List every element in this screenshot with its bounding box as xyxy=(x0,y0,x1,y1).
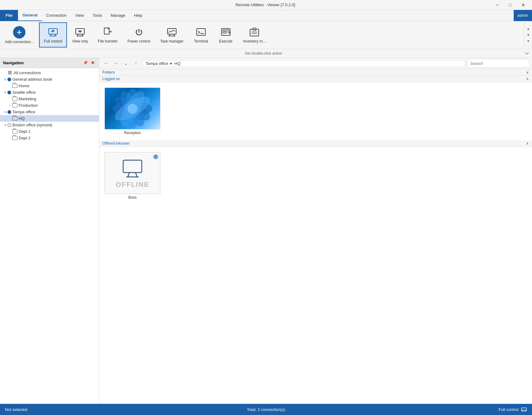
tree-item-dept2[interactable]: Dept 2 xyxy=(0,135,99,141)
scroll-up-button[interactable]: ▲ xyxy=(526,26,531,32)
tree-item-marketing[interactable]: Marketing xyxy=(0,96,99,102)
search-input[interactable] xyxy=(467,59,530,68)
production-label: Production xyxy=(19,103,38,108)
content-scroll[interactable]: Folders ∨ Logged on ∧ xyxy=(99,69,532,404)
folders-label: Folders xyxy=(102,70,115,74)
menu-item-general[interactable]: General xyxy=(18,10,42,21)
monitor-icon xyxy=(122,158,143,179)
content-area: ← → ⌄ ↑ Tampa office ► HQ Folders ∨ Logg… xyxy=(99,58,532,404)
logged-on-grid: Reception xyxy=(99,82,532,140)
toolbar-power-control[interactable]: Power control xyxy=(123,22,155,47)
status-not-selected: Not selected xyxy=(5,407,179,412)
file-transfer-label: File transfer xyxy=(98,39,118,43)
up-button[interactable]: ↑ xyxy=(132,59,140,68)
seattle-office-label: Seattle office xyxy=(12,90,36,95)
boston-office-label: Boston office (synced) xyxy=(12,123,52,127)
tree-expander-tampa: ∨ xyxy=(2,110,7,114)
menu-item-view[interactable]: View xyxy=(71,10,88,21)
tree-item-hq[interactable]: HQ xyxy=(0,115,99,122)
menu-item-help[interactable]: Help xyxy=(130,10,147,21)
navigation-panel: Navigation 📌 ✕ All connections ∨ General… xyxy=(0,58,99,404)
nav-close-button[interactable]: ✕ xyxy=(90,60,96,66)
boston-dot-icon xyxy=(7,123,11,127)
logged-on-section-header[interactable]: Logged on ∧ xyxy=(99,76,532,82)
status-bar: Not selected Total: 2 connection(s) Full… xyxy=(0,404,532,415)
tampa-office-label: Tampa office xyxy=(12,110,35,114)
menu-item-manage[interactable]: Manage xyxy=(106,10,130,21)
view-only-label: View only xyxy=(72,39,88,43)
tree-item-boston-office[interactable]: ∨ Boston office (synced) xyxy=(0,122,99,128)
close-button[interactable]: ✕ xyxy=(517,1,530,9)
status-icon xyxy=(521,406,527,413)
offline-section-header[interactable]: Offline/Unknown ∧ xyxy=(99,140,532,147)
nav-title: Navigation xyxy=(3,61,24,65)
win11-bloom-svg xyxy=(108,88,157,129)
toolbar-full-control[interactable]: Full control xyxy=(39,22,67,47)
menu-item-file[interactable]: File xyxy=(0,10,18,21)
svg-point-10 xyxy=(79,31,81,32)
toolbar-items: Full control View only File transfer xyxy=(39,22,524,47)
menu-item-tools[interactable]: Tools xyxy=(88,10,106,21)
seattle-dot-icon xyxy=(7,91,11,94)
production-folder-icon xyxy=(12,103,17,107)
scroll-down-button[interactable]: ▼ xyxy=(526,38,531,44)
boss-card[interactable]: OFFLINE Boss xyxy=(103,151,162,201)
svg-rect-20 xyxy=(223,32,226,33)
toolbar-file-transfer[interactable]: File transfer xyxy=(93,22,123,47)
menu-bar: File General Connection View Tools Manag… xyxy=(0,10,532,21)
toolbar-view-only[interactable]: View only xyxy=(67,22,93,47)
nav-header: Navigation 📌 ✕ xyxy=(0,58,99,68)
toolbar-execute[interactable]: Execute xyxy=(213,22,238,47)
status-full-control: Full control xyxy=(498,407,518,412)
back-button[interactable]: ← xyxy=(102,59,110,68)
down-button[interactable]: ⌄ xyxy=(122,59,130,68)
tree-item-dept1[interactable]: Dept 1 xyxy=(0,128,99,135)
admin-badge: admin xyxy=(514,10,532,21)
logged-on-chevron: ∧ xyxy=(526,77,529,81)
reception-card[interactable]: Reception xyxy=(103,86,162,137)
boss-thumbnail: OFFLINE xyxy=(105,152,160,194)
menu-item-connection[interactable]: Connection xyxy=(42,10,71,21)
tree-expander-boston: ∨ xyxy=(2,123,7,127)
tree-item-all-connections[interactable]: All connections xyxy=(0,69,99,76)
folders-section-header[interactable]: Folders ∨ xyxy=(99,69,532,76)
maximize-button[interactable]: □ xyxy=(504,1,516,9)
toolbar-scroll: ▲ ▼ ▼ xyxy=(524,22,532,47)
gab-dot-icon xyxy=(7,78,11,81)
toolbar-task-manager[interactable]: Task manager xyxy=(155,22,188,47)
toolbar: Add connection... Full control xyxy=(0,21,532,49)
globe-badge xyxy=(153,154,159,161)
svg-rect-41 xyxy=(521,408,526,411)
add-connection-label: Add connection... xyxy=(5,40,34,44)
home-folder-icon xyxy=(12,84,17,88)
minimize-button[interactable]: ─ xyxy=(491,1,503,9)
breadcrumb[interactable]: Tampa office ► HQ xyxy=(143,60,465,67)
terminal-label: Terminal xyxy=(194,39,208,43)
tree-item-production[interactable]: › Production xyxy=(0,102,99,109)
boss-name: Boss xyxy=(128,195,137,200)
add-connection-button[interactable]: Add connection... xyxy=(0,22,39,47)
breadcrumb-tampa: Tampa office xyxy=(145,61,168,66)
reception-name: Reception xyxy=(124,131,141,135)
general-address-book-label: General address book xyxy=(12,77,52,82)
nav-actions: 📌 ✕ xyxy=(82,60,96,66)
toolbar-inventory[interactable]: Inventory m... xyxy=(238,22,271,47)
dept1-folder-icon xyxy=(12,129,17,133)
svg-point-31 xyxy=(127,104,137,114)
toolbar-terminal[interactable]: Terminal xyxy=(189,22,213,47)
tree-item-home[interactable]: Home xyxy=(0,83,99,89)
forward-button[interactable]: → xyxy=(112,59,120,68)
scroll-mid-button[interactable]: ▼ xyxy=(526,32,531,38)
expand-icon[interactable] xyxy=(525,51,530,56)
offline-text: OFFLINE xyxy=(116,181,149,189)
view-only-icon xyxy=(74,27,86,38)
inventory-label: Inventory m... xyxy=(243,39,266,43)
tree-item-tampa-office[interactable]: ∨ Tampa office xyxy=(0,109,99,115)
tree-item-seattle-office[interactable]: ∨ Seattle office xyxy=(0,89,99,96)
logged-on-label: Logged on xyxy=(102,77,120,81)
nav-pin-button[interactable]: 📌 xyxy=(82,60,88,66)
tree-item-general-address-book[interactable]: ∨ General address book xyxy=(0,76,99,83)
all-connections-icon xyxy=(7,70,12,75)
tree-expander-production: › xyxy=(7,104,12,107)
home-label: Home xyxy=(19,83,29,88)
